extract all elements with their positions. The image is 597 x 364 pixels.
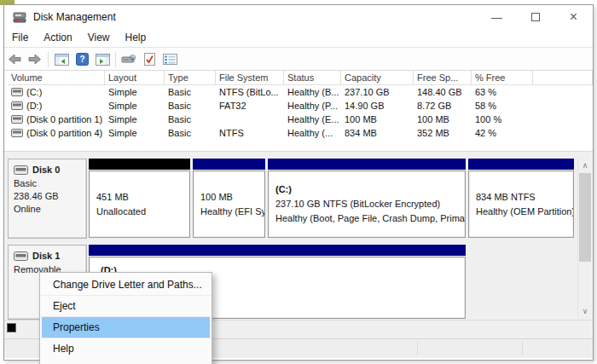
partition-efi[interactable]: 100 MB Healthy (EFI Sy [193,159,265,238]
toolbar: ? [4,49,593,71]
disk-tool-icon[interactable] [119,51,139,68]
scroll-up-icon[interactable]: ∧ [578,159,592,172]
volume-free: 8.72 GB [414,99,472,113]
partition-status: Healthy (OEM Partition) [476,205,573,219]
table-row[interactable]: (D:) Simple Basic FAT32 Healthy (P... 14… [4,99,593,113]
close-button[interactable]: × [554,5,593,29]
volume-capacity: 237.10 GB [341,85,414,99]
partition-status: Healthy (EFI Sy [200,205,264,219]
volume-name: (C:) [26,85,42,99]
volume-pct-free: 63 % [472,85,533,99]
table-row[interactable]: (Disk 0 partition 4) Simple Basic NTFS H… [4,126,593,140]
menu-help[interactable]: Help [118,29,154,47]
disk0-header[interactable]: Disk 0 Basic 238.46 GB Online [8,159,87,239]
show-action-pane-icon[interactable] [92,51,113,68]
disk-management-window: Disk Management — × File Action View Hel… [3,4,594,361]
menu-file[interactable]: File [4,29,36,47]
volume-pct-free: 58 % [472,99,533,113]
col-layout[interactable]: Layout [105,71,165,85]
volume-layout: Simple [105,85,165,99]
volume-pct-free: 100 % [472,113,533,126]
disk-status: Online [14,203,86,216]
volume-free: 148.40 GB [414,85,472,99]
vertical-scrollbar[interactable]: ∧ ∨ [577,159,591,318]
volume-type: Basic [165,85,216,99]
volume-status: Healthy (B... [284,85,341,99]
volume-icon [11,115,23,124]
maximize-button[interactable] [516,5,554,29]
check-document-icon[interactable] [139,51,159,68]
back-icon[interactable] [4,51,25,68]
col-free-space[interactable]: Free Sp... [414,71,472,85]
partition-oem[interactable]: 834 MB NTFS Healthy (OEM Partition) [468,159,574,238]
partition-color-bar [468,159,574,170]
col-capacity[interactable]: Capacity [341,71,414,85]
volume-capacity: 834 MB [341,126,414,140]
partition-status: Healthy (Boot, Page File, Crash Dump, Pr… [275,211,465,226]
forward-icon[interactable] [25,51,45,68]
volume-free: 100 MB [414,113,472,126]
volume-type: Basic [165,113,216,126]
menu-bar: File Action View Help [4,29,593,48]
partition-c[interactable]: (C:) 237.10 GB NTFS (BitLocker Encrypted… [268,159,466,238]
help-icon[interactable]: ? [72,51,92,68]
partition-size: 834 MB NTFS [476,190,573,205]
partition-size: 237.10 GB NTFS (BitLocker Encrypted) [275,197,465,211]
legend-unallocated-swatch [7,323,16,332]
status-bar-divider [417,342,418,355]
volume-status: Healthy (P... [284,99,341,113]
disk-type: Basic [14,177,86,190]
volume-fs: NTFS (BitLo... [216,85,284,99]
scrollbar-thumb[interactable] [579,173,591,262]
toolbar-separator [48,52,49,67]
volume-icon [11,129,23,137]
volume-icon [11,88,23,96]
app-icon [13,11,26,24]
table-row[interactable]: (Disk 0 partition 1) Simple Basic Health… [4,113,593,126]
menu-item-properties[interactable]: Properties [42,317,210,338]
maximize-icon [531,13,540,21]
menu-item-change-drive-letter[interactable]: Change Drive Letter and Paths... [40,274,212,295]
volume-name: (D:) [26,99,42,113]
menu-view[interactable]: View [80,29,118,47]
volume-name: (Disk 0 partition 1) [26,113,102,126]
minimize-icon: — [491,11,502,24]
properties-list-icon[interactable] [159,51,180,68]
volume-pct-free: 42 % [472,126,533,140]
col-blank [533,71,593,85]
menu-item-help[interactable]: Help [40,338,212,359]
disk0-row: Disk 0 Basic 238.46 GB Online 451 MB Una… [4,159,594,239]
col-type[interactable]: Type [165,71,216,85]
context-menu: Change Drive Letter and Paths... Eject P… [39,272,212,364]
partition-size: 451 MB [96,190,189,205]
partition-color-bar [193,159,265,170]
window-controls: — × [478,5,593,29]
toolbar-separator [115,52,116,67]
partition-color-bar [268,159,466,170]
show-console-tree-icon[interactable] [51,51,72,68]
status-bar-divider [522,342,523,355]
scroll-down-icon[interactable]: ∨ [578,304,592,318]
volume-capacity: 100 MB [341,113,414,126]
disk-size: 238.46 GB [14,190,86,203]
volume-name: (Disk 0 partition 4) [26,126,102,140]
partition-size: 100 MB [200,190,264,205]
volume-layout: Simple [105,126,165,140]
partition-unallocated[interactable]: 451 MB Unallocated [89,159,190,238]
volume-layout: Simple [105,113,165,126]
col-volume[interactable]: Volume [8,71,105,85]
table-row[interactable]: (C:) Simple Basic NTFS (BitLo... Healthy… [4,85,593,99]
volume-fs: NTFS [216,126,284,140]
window-title: Disk Management [33,11,116,23]
menu-item-eject[interactable]: Eject [40,296,212,316]
col-status[interactable]: Status [284,71,341,85]
col-pct-free[interactable]: % Free [472,71,533,85]
col-file-system[interactable]: File System [216,71,284,85]
menu-action[interactable]: Action [36,29,79,47]
close-icon: × [570,9,577,25]
minimize-button[interactable]: — [478,5,516,29]
volume-fs [216,113,284,126]
volume-list: Volume Layout Type File System Status Ca… [4,71,593,151]
volume-fs: FAT32 [216,99,284,113]
disk-name: Disk 0 [32,164,60,176]
